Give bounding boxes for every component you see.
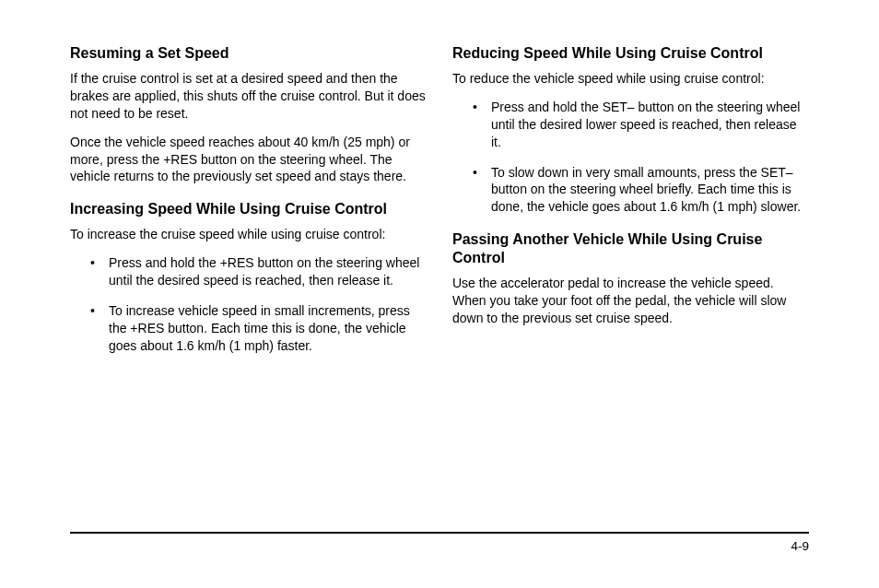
- page-content: Resuming a Set Speed If the cruise contr…: [0, 0, 879, 368]
- bullet-list: Press and hold the +RES button on the st…: [70, 254, 427, 354]
- paragraph: Once the vehicle speed reaches about 40 …: [70, 134, 427, 186]
- page-footer: 4-9: [70, 532, 809, 553]
- heading-increasing-speed: Increasing Speed While Using Cruise Cont…: [70, 200, 427, 218]
- page-number: 4-9: [70, 539, 809, 553]
- list-item: To slow down in very small amounts, pres…: [452, 164, 809, 217]
- heading-resuming-set-speed: Resuming a Set Speed: [70, 44, 427, 63]
- paragraph: If the cruise control is set at a desire…: [70, 70, 427, 123]
- footer-rule: [70, 532, 809, 534]
- bullet-list: Press and hold the SET– button on the st…: [452, 99, 809, 216]
- list-item: To increase vehicle speed in small incre…: [70, 302, 427, 355]
- list-item: Press and hold the +RES button on the st…: [70, 254, 427, 289]
- paragraph: To reduce the vehicle speed while using …: [452, 70, 809, 88]
- list-item: Press and hold the SET– button on the st…: [452, 99, 809, 151]
- heading-reducing-speed: Reducing Speed While Using Cruise Contro…: [452, 44, 809, 63]
- paragraph: Use the accelerator pedal to increase th…: [452, 275, 809, 327]
- heading-passing-vehicle: Passing Another Vehicle While Using Crui…: [452, 230, 809, 267]
- right-column: Reducing Speed While Using Cruise Contro…: [452, 44, 809, 368]
- left-column: Resuming a Set Speed If the cruise contr…: [70, 44, 427, 368]
- paragraph: To increase the cruise speed while using…: [70, 226, 427, 243]
